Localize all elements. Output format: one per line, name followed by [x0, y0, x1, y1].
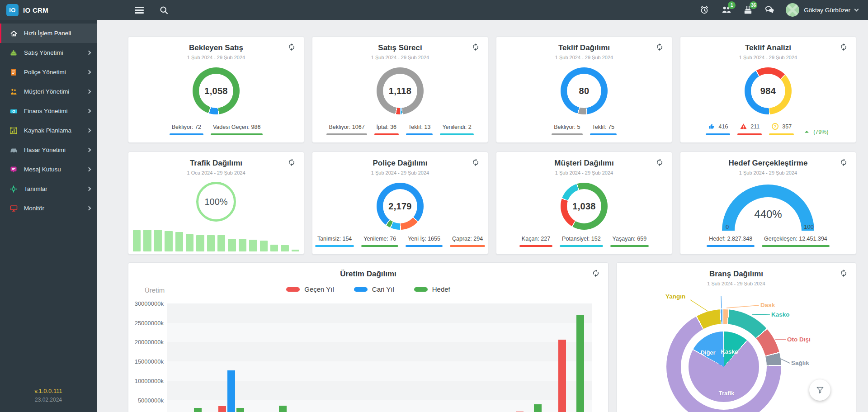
slice-label-dask: Dask — [760, 302, 775, 308]
legend-item[interactable]: (79%) — [803, 128, 828, 135]
sales-icon — [9, 49, 18, 57]
spark-bar — [175, 232, 183, 251]
legend-item[interactable]: Yenilendi: 2 — [442, 124, 471, 135]
card-teklif-analizi: Teklif Analizi 1 Şub 2024 - 29 Şub 2024 … — [680, 36, 856, 143]
refresh-icon[interactable] — [472, 43, 480, 51]
main-content: Bekleyen Satış 1 Şub 2024 - 29 Şub 2024 … — [97, 20, 868, 412]
refresh-icon[interactable] — [288, 43, 296, 51]
refresh-icon[interactable] — [592, 269, 600, 277]
spark-bar — [196, 235, 204, 251]
card-title: Trafik Dağılımı — [190, 158, 242, 168]
sidebar-item-claims[interactable]: Hasar Yönetimi — [0, 140, 97, 160]
series-legend-item[interactable]: Hedef — [414, 285, 450, 293]
legend-item[interactable]: Potansiyel: 152 — [562, 236, 600, 247]
spark-bar — [217, 235, 225, 251]
legend-item[interactable]: Yaşayan: 659 — [613, 236, 647, 247]
legend-item[interactable]: Yenileme: 76 — [363, 236, 396, 247]
people-badge: 1 — [728, 1, 736, 9]
sidebar-item-policy[interactable]: Poliçe Yönetimi — [0, 62, 97, 82]
chart-legend: 416211?357(79%) — [708, 123, 829, 135]
spark-bar — [143, 230, 151, 251]
refresh-icon[interactable] — [840, 269, 848, 277]
user-menu[interactable]: Göktay Gürbüzer — [786, 3, 858, 17]
chevron-right-icon — [87, 206, 91, 211]
legend-item[interactable]: 416 — [708, 123, 728, 135]
slice-label-kasko: Kasko — [771, 311, 790, 318]
inner-slice-label: Kasko — [721, 348, 738, 355]
gauge-min: 0 — [726, 223, 729, 230]
legend-item[interactable]: Yeni İş: 1655 — [408, 236, 440, 247]
spark-bar — [239, 239, 246, 251]
legend-item[interactable]: Bekliyor: 1067 — [329, 124, 364, 135]
card-title: Müşteri Dağılımı — [554, 158, 613, 168]
card-hedef-gerceklestirme: Hedef Gerçekleştirme 1 Şub 2024 - 29 Şub… — [680, 152, 856, 255]
hamburger-menu-icon[interactable] — [135, 7, 144, 14]
sidebar-item-customers[interactable]: Müşteri Yönetimi — [0, 82, 97, 101]
birthday-cake-icon[interactable]: 36 — [742, 5, 753, 15]
legend-item[interactable]: Teklif: 13 — [408, 124, 430, 135]
card-date-range: 1 Şub 2024 - 29 Şub 2024 — [555, 170, 613, 175]
donut-center-value: 1,118 — [389, 86, 411, 96]
series-legend-item[interactable]: Geçen Yıl — [286, 285, 334, 293]
legend-item[interactable]: Teklif: 75 — [592, 124, 614, 135]
refresh-icon[interactable] — [288, 158, 296, 166]
message-icon — [9, 166, 18, 173]
legend-item[interactable]: İptal: 36 — [377, 124, 396, 135]
chevron-right-icon — [87, 148, 91, 152]
gauge-value: 440% — [722, 208, 814, 221]
sidebar-item-label: Hasar Yönetimi — [24, 147, 81, 153]
sidebar-item-label: Poliçe Yönetimi — [24, 69, 81, 76]
legend-item[interactable]: Kaçan: 227 — [522, 236, 550, 247]
legend-item[interactable]: Gerçekleşen: 12.451.394 — [764, 236, 827, 247]
donut-chart: 2,179 — [377, 183, 424, 230]
donut-center-value: 984 — [760, 86, 776, 96]
card-title: Branş Dağılımı — [709, 269, 763, 279]
y-tick-label: 5000000k — [138, 397, 164, 404]
legend-item[interactable]: Bekliyor: 72 — [172, 124, 201, 135]
chevron-right-icon — [87, 51, 91, 55]
refresh-icon[interactable] — [656, 43, 664, 51]
legend-item[interactable]: Tanimsiz: 154 — [317, 236, 352, 247]
legend-item[interactable]: Vadesi Geçen: 986 — [213, 124, 260, 135]
brand[interactable]: IO IO CRM — [0, 0, 97, 20]
sidebar-item-quick-panel[interactable]: Hızlı İşlem Paneli — [0, 24, 97, 43]
filter-fab-button[interactable] — [809, 379, 830, 401]
refresh-icon[interactable] — [472, 158, 480, 166]
card-title: Bekleyen Satış — [189, 43, 243, 53]
legend-item[interactable]: Hedef: 2.827.348 — [709, 236, 752, 247]
alarm-clock-icon[interactable] — [699, 5, 710, 15]
sidebar-item-planning[interactable]: Kaynak Planlama — [0, 121, 97, 140]
sidebar-item-monitor[interactable]: Monitör — [0, 199, 97, 218]
card-date-range: 1 Oca 2024 - 29 Şub 2024 — [187, 170, 245, 175]
refresh-icon[interactable] — [840, 43, 848, 51]
chart-legend: Bekliyor: 72Vadesi Geçen: 986 — [172, 124, 261, 135]
chevron-right-icon — [87, 70, 91, 75]
legend-item[interactable]: Bekliyor: 5 — [554, 124, 580, 135]
sidebar-item-finance[interactable]: Finans Yönetimi — [0, 101, 97, 121]
legend-item[interactable]: Çapraz: 294 — [452, 236, 483, 247]
people-notification-icon[interactable]: 1 — [721, 5, 731, 15]
sidebar-item-label: Müşteri Yönetimi — [24, 88, 81, 95]
bar-hedef — [534, 404, 542, 412]
claims-icon — [9, 147, 18, 153]
sidebar-item-inbox[interactable]: Mesaj Kutusu — [0, 160, 97, 179]
legend-item[interactable]: ?357 — [771, 123, 792, 135]
user-name: Göktay Gürbüzer — [804, 7, 850, 14]
app-version: v.1.0.0.111 — [0, 388, 97, 394]
sidebar-item-definitions[interactable]: Tanımlar — [0, 179, 97, 199]
legend-item[interactable]: 211 — [740, 123, 760, 135]
refresh-icon[interactable] — [840, 158, 848, 166]
chevron-right-icon — [87, 109, 91, 114]
app-version-date: 23.02.2024 — [0, 397, 97, 403]
card-date-range: 1 Şub 2024 - 29 Şub 2024 — [371, 170, 429, 175]
refresh-icon[interactable] — [656, 158, 664, 166]
search-icon[interactable] — [158, 5, 169, 15]
series-legend-item[interactable]: Cari Yıl — [354, 285, 394, 293]
spark-bar — [281, 245, 288, 251]
sidebar-item-sales[interactable]: Satış Yönetimi — [0, 43, 97, 62]
card-uretim-dagilimi: Üretim Dağılımı Üretim Geçen YılCari Yıl… — [128, 262, 609, 412]
chat-icon[interactable] — [764, 5, 775, 15]
chevron-right-icon — [87, 187, 91, 191]
donut-chart: 1,038 — [561, 183, 608, 230]
birthday-badge: 36 — [750, 1, 757, 9]
